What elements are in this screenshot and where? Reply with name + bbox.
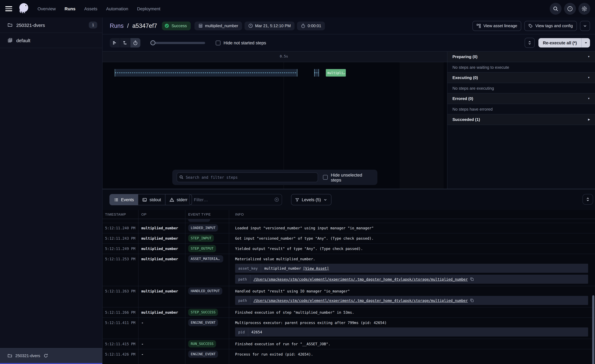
levels-filter-button[interactable]: Levels (5) <box>291 194 332 205</box>
vertical-scrollbar[interactable] <box>592 295 594 364</box>
hide-unselected-group: Hide unselected steps <box>323 172 373 182</box>
nav-item-assets[interactable]: Assets <box>84 6 97 11</box>
gantt-flat-view-button[interactable] <box>110 38 120 48</box>
tree-icon <box>123 40 128 45</box>
gantt-expand-button[interactable] <box>525 38 535 48</box>
tab-stdout[interactable]: stdout <box>138 194 166 205</box>
event-op: - <box>138 318 185 339</box>
run-chips: multiplied_numberMar 21, 5:12:10 PM0:00:… <box>194 21 325 30</box>
reexecute-label[interactable]: Re-execute all (*) <box>538 38 581 48</box>
sidebar-item-default[interactable]: default <box>0 33 102 48</box>
sidebar-code-location[interactable]: 250321-dvers <box>0 348 102 363</box>
col-timestamp: TIMESTAMP <box>103 212 138 216</box>
path-link[interactable]: /Users/smackesey/stm/code/elementl/exper… <box>253 277 468 281</box>
event-type-cell: STEP_SUCCESS <box>185 308 229 317</box>
gantt-view-mode-group <box>110 38 140 48</box>
copy-button[interactable] <box>470 277 474 281</box>
zoom-slider-track[interactable] <box>155 42 205 44</box>
table-row[interactable]: 5:12:11.411 PM-ENGINE_EVENTMultiprocess … <box>103 317 595 339</box>
event-type-badge: STEP_INPUT <box>188 235 214 242</box>
gantt-step-bar[interactable]: multipli… <box>326 69 346 77</box>
metadata-key: path <box>235 296 250 305</box>
refresh-icon[interactable] <box>43 353 48 358</box>
zoom-slider-handle[interactable] <box>150 40 156 45</box>
step-search-input[interactable] <box>177 173 318 182</box>
event-type-cell: HANDLED_OUTPUT <box>185 286 229 307</box>
nav-item-runs[interactable]: Runs <box>64 6 76 11</box>
hide-unselected-checkbox[interactable] <box>323 175 328 180</box>
copy-button[interactable] <box>470 298 474 302</box>
event-type-cell: ASSET_MATERIALI… <box>185 254 229 286</box>
settings-button[interactable] <box>578 3 590 15</box>
panel-section-succeeded[interactable]: Succeeded (1)▶ <box>447 114 595 125</box>
step-status-panel: Preparing (0)▼No steps are waiting to ex… <box>447 52 595 189</box>
zoom-slider[interactable] <box>150 40 205 45</box>
table-row[interactable]: 5:12:11.243 PMmultiplied_numberSTEP_INPU… <box>103 233 595 243</box>
event-op: multiplied_number <box>138 244 185 254</box>
panel-section-executing[interactable]: Executing (0)▼ <box>447 72 595 83</box>
event-op: multiplied_number <box>138 254 185 286</box>
event-op: multiplied_number <box>138 223 185 233</box>
view-asset-lineage-button[interactable]: View asset lineage <box>472 21 521 31</box>
sidebar-item-250321-dvers[interactable]: 250321-dvers1 <box>0 17 102 33</box>
nav-item-deployment[interactable]: Deployment <box>137 6 160 11</box>
event-timestamp: 5:12:11.240 PM <box>103 223 138 233</box>
table-row[interactable]: 5:12:11.263 PMmultiplied_numberHANDLED_O… <box>103 286 595 307</box>
reexecute-button[interactable]: Re-execute all (*) <box>538 38 590 48</box>
help-button[interactable]: ? <box>564 3 576 15</box>
run-id: a5347ef7 <box>132 22 157 29</box>
table-row[interactable]: 5:12:11.249 PMmultiplied_numberSTEP_OUTP… <box>103 243 595 254</box>
menu-icon[interactable] <box>5 6 12 11</box>
chevron-down-icon <box>323 198 327 202</box>
clear-filter-icon[interactable] <box>274 197 279 202</box>
log-filter-input[interactable] <box>189 194 282 205</box>
metadata-value: multiplied_number[View Asset] <box>261 266 332 270</box>
event-timestamp: 5:12:11.263 PM <box>103 286 138 307</box>
header-more-button[interactable] <box>580 21 590 31</box>
code-location-label: 250321-dvers <box>15 353 40 358</box>
reexecute-dropdown[interactable] <box>581 38 590 48</box>
caret-down-icon <box>584 41 588 45</box>
run-chip-timer: 0:00:01 <box>297 21 325 30</box>
nav-item-automation[interactable]: Automation <box>106 6 128 11</box>
sidebar: 250321-dvers1default 250321-dvers <box>0 17 103 364</box>
table-row[interactable]: 5:12:11.240 PMmultiplied_numberLOADED_IN… <box>103 223 595 233</box>
gantt-chart: multipli… Hide unselected steps <box>103 62 447 189</box>
event-type-cell: LOADED_INPUT <box>185 223 229 233</box>
gantt-timed-view-button[interactable] <box>130 38 140 48</box>
search-icon <box>553 6 559 12</box>
table-row[interactable]: 5:12:11.415 PM-RUN_SUCCESSFinished execu… <box>103 339 595 349</box>
path-link[interactable]: /Users/smackesey/stm/code/elementl/exper… <box>253 298 468 303</box>
gantt-waterfall-view-button[interactable] <box>120 38 130 48</box>
table-row[interactable]: 5:12:11.266 PMmultiplied_numberSTEP_SUCC… <box>103 307 595 317</box>
flat-list-icon <box>112 40 117 45</box>
breadcrumb-runs[interactable]: Runs <box>110 22 124 29</box>
tab-events[interactable]: Events <box>110 194 138 205</box>
funnel-icon <box>295 198 299 202</box>
events-expand-button[interactable] <box>582 194 593 205</box>
table-row[interactable]: 5:12:11.426 PM-ENGINE_EVENTProcess for r… <box>103 349 595 359</box>
search-button[interactable] <box>550 3 561 15</box>
terminal-icon <box>142 197 147 202</box>
stopwatch-icon <box>133 40 138 45</box>
event-info: Loaded input "versioned_number" using in… <box>229 223 595 233</box>
levels-label: Levels (5) <box>302 197 321 202</box>
panel-section-errored[interactable]: Errored (0)▼ <box>447 93 595 104</box>
view-asset-link[interactable]: [View Asset] <box>303 266 329 270</box>
run-chip-clock: Mar 21, 5:12:10 PM <box>245 21 295 30</box>
nav-item-overview[interactable]: Overview <box>37 6 56 11</box>
event-timestamp: 5:12:11.426 PM <box>103 349 138 359</box>
dagster-logo-icon[interactable] <box>17 2 30 15</box>
event-timestamp: 5:12:11.266 PM <box>103 308 138 317</box>
sidebar-item-label: 250321-dvers <box>16 22 45 28</box>
chip-label: 0:00:01 <box>308 23 321 28</box>
event-timestamp: 5:12:11.415 PM <box>103 339 138 349</box>
hide-not-started-checkbox[interactable] <box>216 41 220 45</box>
panel-section-preparing[interactable]: Preparing (0)▼ <box>447 52 595 62</box>
view-tags-config-button[interactable]: View tags and config <box>524 21 577 31</box>
event-info: Multiprocess executor: parent process ex… <box>229 318 595 339</box>
table-row[interactable]: 5:12:11.253 PMmultiplied_numberASSET_MAT… <box>103 254 595 286</box>
gantt-toolbar: Hide not started steps Re-execute all (*… <box>103 34 595 52</box>
tab-stderr[interactable]: stderr <box>165 194 191 205</box>
event-timestamp: 5:12:11.249 PM <box>103 244 138 254</box>
